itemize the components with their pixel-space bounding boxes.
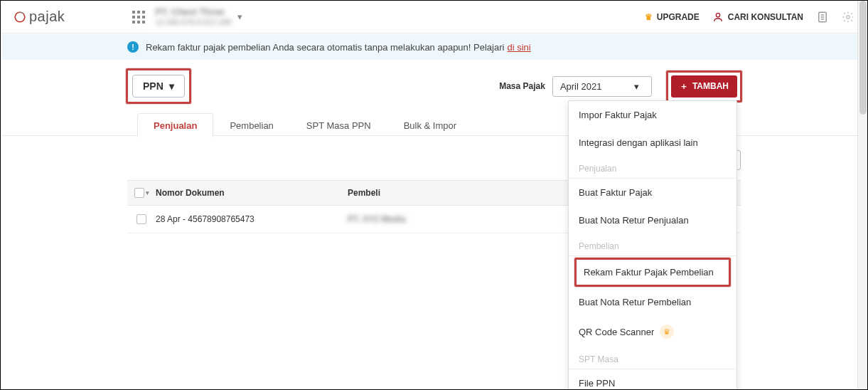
chevron-down-icon: ▾ xyxy=(237,11,242,22)
menu-qr-code-scanner[interactable]: QR Code Scanner ♛ xyxy=(569,316,736,347)
tab-penjualan[interactable]: Penjualan xyxy=(137,113,213,137)
svg-rect-0 xyxy=(132,11,135,14)
qr-label: QR Code Scanner xyxy=(579,327,654,337)
crown-icon: ♛ xyxy=(645,12,653,22)
svg-rect-1 xyxy=(137,11,140,14)
menu-section-spt-masa: SPT Masa xyxy=(569,347,736,369)
banner-link[interactable]: di sini xyxy=(507,42,530,53)
masa-pajak-value: April 2021 xyxy=(560,81,602,92)
tambah-highlight: ＋ TAMBAH xyxy=(666,70,742,102)
clipboard-icon[interactable] xyxy=(816,11,829,23)
svg-rect-7 xyxy=(137,21,140,23)
add-dropdown-menu: Impor Faktur Pajak Integrasi dengan apli… xyxy=(568,100,737,390)
app-logo: pajak xyxy=(14,9,65,25)
logo-text: pajak xyxy=(29,9,65,25)
tab-pembelian[interactable]: Pembelian xyxy=(213,113,289,137)
logo-icon xyxy=(14,11,26,23)
apps-grid-icon[interactable] xyxy=(132,11,145,23)
menu-section-penjualan: Penjualan xyxy=(569,157,736,179)
masa-pajak-selector[interactable]: April 2021 ▾ xyxy=(552,76,652,97)
vertical-scrollbar[interactable] xyxy=(857,1,867,389)
consultant-label: CARI KONSULTAN xyxy=(728,12,803,22)
company-name: PT. Client Three xyxy=(155,7,232,17)
company-id: 12.345.678.9-012.345 xyxy=(155,18,232,26)
svg-rect-6 xyxy=(132,21,135,23)
column-header-nomor-dokumen[interactable]: Nomor Dokumen xyxy=(156,188,348,198)
consultant-icon xyxy=(712,11,724,23)
ppn-highlight: PPN ▾ xyxy=(126,68,191,104)
menu-buat-nota-retur-penjualan[interactable]: Buat Nota Retur Penjualan xyxy=(569,206,736,234)
tax-type-selector[interactable]: PPN ▾ xyxy=(132,75,185,98)
tab-spt-masa-ppn[interactable]: SPT Masa PPN xyxy=(290,113,387,137)
svg-rect-3 xyxy=(132,16,135,19)
crown-icon: ♛ xyxy=(660,325,674,339)
chevron-down-icon[interactable]: ▾ xyxy=(146,189,149,196)
tambah-label: TAMBAH xyxy=(692,81,729,91)
company-selector[interactable]: PT. Client Three 12.345.678.9-012.345 ▾ xyxy=(155,7,242,26)
svg-rect-4 xyxy=(137,16,140,19)
menu-integrasi-aplikasi-lain[interactable]: Integrasi dengan aplikasi lain xyxy=(569,129,736,157)
svg-rect-8 xyxy=(142,21,145,23)
chevron-down-icon: ▾ xyxy=(169,80,174,92)
svg-rect-2 xyxy=(142,11,145,14)
row-checkbox[interactable] xyxy=(136,214,146,224)
banner-text: Rekam faktur pajak pembelian Anda secara… xyxy=(146,42,504,53)
svg-point-14 xyxy=(847,15,850,19)
ppn-label: PPN xyxy=(143,80,164,92)
menu-highlight: Rekam Faktur Pajak Pembelian xyxy=(574,258,731,287)
app-header: pajak PT. Client Three 12.345.678.9-012.… xyxy=(1,1,867,33)
info-icon: ! xyxy=(127,41,139,53)
cell-pembeli: PT. XYZ Media xyxy=(348,214,405,224)
cell-nomor-dokumen: 28 Apr - 45678908765473 xyxy=(156,214,348,224)
masa-pajak-label: Masa Pajak xyxy=(499,81,545,91)
info-banner: ! Rekam faktur pajak pembelian Anda seca… xyxy=(2,34,866,60)
settings-gear-icon[interactable] xyxy=(842,11,854,23)
add-button[interactable]: ＋ TAMBAH xyxy=(671,75,737,98)
menu-rekam-faktur-pajak-pembelian[interactable]: Rekam Faktur Pajak Pembelian xyxy=(577,260,729,285)
menu-section-pembelian: Pembelian xyxy=(569,234,736,256)
menu-impor-faktur-pajak[interactable]: Impor Faktur Pajak xyxy=(569,101,736,129)
toolbar: PPN ▾ Masa Pajak April 2021 ▾ ＋ TAMBAH xyxy=(1,60,867,111)
find-consultant-button[interactable]: CARI KONSULTAN xyxy=(712,11,803,23)
menu-buat-faktur-pajak[interactable]: Buat Faktur Pajak xyxy=(569,179,736,206)
scrollbar-thumb[interactable] xyxy=(859,1,867,115)
menu-buat-nota-retur-pembelian[interactable]: Buat Nota Retur Pembelian xyxy=(569,288,736,316)
tab-bulk-impor[interactable]: Bulk & Impor xyxy=(387,113,473,137)
select-all-checkbox[interactable] xyxy=(134,188,144,198)
upgrade-button[interactable]: ♛ UPGRADE xyxy=(645,12,700,22)
svg-rect-5 xyxy=(142,16,145,19)
menu-file-ppn[interactable]: File PPN xyxy=(569,369,736,390)
plus-icon: ＋ xyxy=(680,80,688,93)
upgrade-label: UPGRADE xyxy=(657,12,700,22)
svg-point-9 xyxy=(716,13,719,16)
chevron-down-icon: ▾ xyxy=(634,81,639,92)
